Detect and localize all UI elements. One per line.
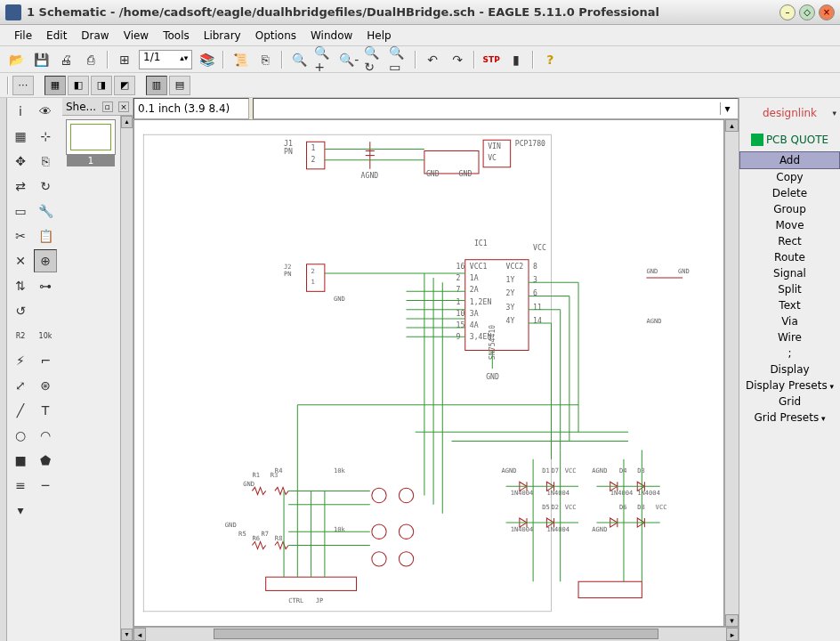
pinswap-tool[interactable]: ⇅ (9, 274, 32, 297)
display-tool[interactable]: ▦ (9, 125, 32, 148)
minimize-button[interactable]: – (779, 4, 796, 20)
close-button[interactable]: × (819, 4, 835, 20)
copy-tool[interactable]: ⎘ (34, 150, 57, 173)
show-tool[interactable]: 👁 (34, 100, 57, 123)
board-button[interactable]: ⊞ (114, 49, 135, 70)
layout-1-button[interactable]: ▦ (44, 76, 66, 95)
command-input[interactable] (257, 102, 720, 115)
rect-tool[interactable]: ■ (9, 449, 32, 472)
ulp-button[interactable]: ⎘ (254, 49, 276, 70)
cmd-signal[interactable]: Signal (739, 265, 840, 281)
menu-edit[interactable]: Edit (39, 28, 74, 44)
mark-tool[interactable]: ⊹ (34, 125, 57, 148)
menu-draw[interactable]: Draw (74, 28, 116, 44)
cmd-route[interactable]: Route (739, 249, 840, 265)
cmd-group[interactable]: Group (739, 201, 840, 217)
redo-button[interactable]: ↷ (447, 49, 468, 70)
layout-2-button[interactable]: ◧ (68, 76, 89, 95)
grid-dots-button[interactable]: ⋯ (12, 76, 34, 95)
menu-library[interactable]: Library (197, 28, 248, 44)
sheets-float-button[interactable]: ▫ (102, 101, 113, 112)
cmd-grid[interactable]: Grid (739, 394, 840, 410)
cmd-semi[interactable]: ; (739, 345, 840, 361)
polygon-tool[interactable]: ⬟ (34, 449, 57, 472)
scroll-up-icon[interactable]: ▴ (725, 119, 739, 132)
cmd-wire[interactable]: Wire (739, 329, 840, 345)
canvas-vscroll[interactable]: ▴ ▾ (724, 119, 739, 627)
cut-tool[interactable]: ✂ (9, 224, 32, 247)
sheets-scrollbar[interactable]: ▴ ▾ (120, 116, 133, 641)
arc-tool[interactable]: ◠ (34, 424, 57, 447)
scroll-right-icon[interactable]: ▸ (726, 628, 739, 641)
command-dropdown-icon[interactable]: ▾ (720, 102, 734, 115)
cmd-grid-presets[interactable]: Grid Presets (739, 410, 840, 426)
cmd-add[interactable]: Add (739, 151, 840, 169)
sheet-thumb-1[interactable]: 1 (66, 119, 116, 155)
cmd-move[interactable]: Move (739, 217, 840, 233)
name-tool[interactable]: R2 (9, 324, 32, 347)
cmd-display[interactable]: Display (739, 361, 840, 377)
sheet-selector[interactable]: 1/1 ▴▾ (139, 50, 192, 69)
paste-tool[interactable]: 📋 (34, 224, 57, 247)
cmd-via[interactable]: Via (739, 313, 840, 329)
designlink-logo[interactable]: designlink ▾ (739, 98, 840, 128)
net-tool[interactable]: ─ (34, 474, 57, 497)
gateswap-tool[interactable]: ⊶ (34, 274, 57, 297)
sheets-close-button[interactable]: × (118, 101, 129, 112)
change-tool[interactable]: 🔧 (34, 199, 57, 223)
library-button[interactable]: 📚 (196, 49, 217, 70)
scroll-left-icon[interactable]: ◂ (133, 628, 146, 641)
save-button[interactable]: 💾 (30, 49, 52, 70)
zoom-in-button[interactable]: 🔍+ (313, 49, 335, 70)
invoke-tool[interactable]: ⊛ (34, 374, 57, 397)
cmd-delete[interactable]: Delete (739, 185, 840, 201)
open-button[interactable]: 📂 (5, 49, 27, 70)
mirror-tool[interactable]: ⇄ (9, 174, 32, 198)
scroll-up-icon[interactable]: ▴ (121, 116, 133, 128)
menu-file[interactable]: File (7, 28, 39, 44)
smash-tool[interactable]: ⚡ (9, 349, 32, 372)
value-tool[interactable]: 10k (34, 324, 57, 347)
miter-tool[interactable]: ⌐ (34, 349, 57, 372)
zoom-out-button[interactable]: 🔍- (338, 49, 359, 70)
wire-tool[interactable]: ╱ (9, 399, 32, 422)
command-box[interactable]: ▾ (253, 98, 739, 119)
stop-button[interactable]: STP (481, 49, 502, 70)
menu-tools[interactable]: Tools (156, 28, 197, 44)
cmd-rect[interactable]: Rect (739, 233, 840, 249)
zoom-fit-button[interactable]: 🔍 (288, 49, 310, 70)
print-button[interactable]: 🖨 (55, 49, 77, 70)
cmd-split[interactable]: Split (739, 281, 840, 297)
add-tool[interactable]: ⊕ (34, 249, 57, 272)
layout-6-button[interactable]: ▤ (169, 76, 190, 95)
maximize-button[interactable]: ◇ (799, 4, 815, 20)
go-button[interactable]: ▮ (505, 49, 527, 70)
dropdown-icon[interactable]: ▾ (832, 109, 836, 118)
menu-window[interactable]: Window (303, 28, 359, 44)
zoom-select-button[interactable]: 🔍▭ (388, 49, 409, 70)
cmd-copy[interactable]: Copy (739, 169, 840, 185)
pcb-quote-button[interactable]: PCB QUOTE (739, 128, 840, 151)
menu-view[interactable]: View (117, 28, 156, 44)
move-tool[interactable]: ✥ (9, 150, 32, 173)
menu-options[interactable]: Options (248, 28, 303, 44)
info-tool[interactable]: i (9, 100, 32, 123)
delete-tool[interactable]: ✕ (9, 249, 32, 272)
bus-tool[interactable]: ≡ (9, 474, 32, 497)
blank-tool[interactable] (34, 299, 57, 322)
layout-3-button[interactable]: ◨ (91, 76, 112, 95)
cmd-display-presets[interactable]: Display Presets (739, 377, 840, 394)
group-tool[interactable]: ▭ (9, 199, 32, 223)
split-tool[interactable]: ⤢ (9, 374, 32, 397)
canvas-hscroll[interactable]: ◂ ▸ (133, 627, 739, 641)
script-button[interactable]: 📜 (230, 49, 251, 70)
undo-button[interactable]: ↶ (422, 49, 443, 70)
layout-4-button[interactable]: ◩ (114, 76, 135, 95)
help-button[interactable]: ? (539, 49, 561, 70)
cam-button[interactable]: ⎙ (80, 49, 101, 70)
scroll-down-icon[interactable]: ▾ (121, 629, 133, 641)
replace-tool[interactable]: ↺ (9, 299, 32, 322)
more-tool[interactable]: ▾ (9, 499, 32, 522)
cmd-text[interactable]: Text (739, 297, 840, 313)
text-tool[interactable]: T (34, 399, 57, 422)
